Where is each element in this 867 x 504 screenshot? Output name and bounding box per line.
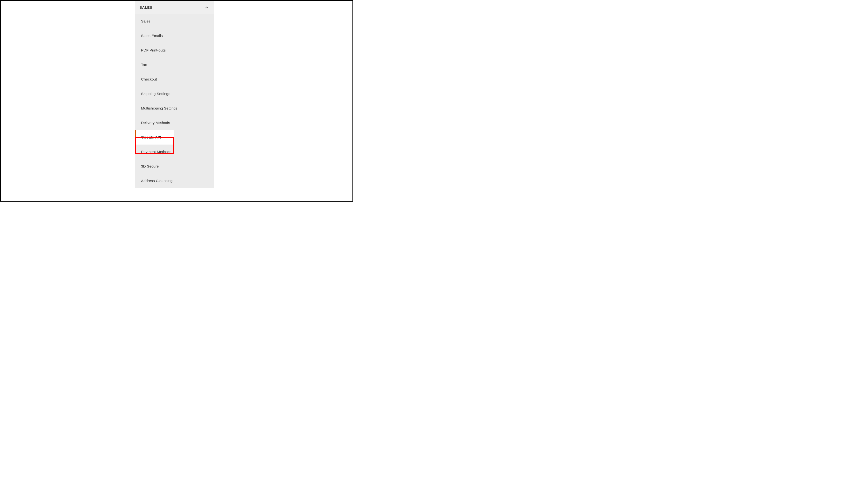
menu-items-list: Sales Sales Emails PDF Print-outs Tax Ch… (135, 14, 214, 188)
menu-item-label: Sales (141, 19, 150, 23)
sidebar-item-multishipping-settings[interactable]: Multishipping Settings (135, 101, 214, 116)
sidebar-item-tax[interactable]: Tax (135, 57, 214, 72)
sidebar-item-checkout[interactable]: Checkout (135, 72, 214, 87)
sidebar-item-sales[interactable]: Sales (135, 14, 214, 29)
sidebar-item-shipping-settings[interactable]: Shipping Settings (135, 87, 214, 101)
sidebar-item-google-api[interactable]: Google API (135, 130, 174, 144)
menu-item-label: Shipping Settings (141, 91, 170, 96)
sales-section-header[interactable]: SALES (135, 1, 214, 14)
sidebar-item-sales-emails[interactable]: Sales Emails (135, 29, 214, 43)
menu-item-label: Payment Methods (141, 150, 171, 154)
menu-item-label: Delivery Methods (141, 121, 170, 125)
sidebar-item-3d-secure[interactable]: 3D Secure (135, 159, 214, 174)
menu-item-label: 3D Secure (141, 164, 159, 168)
sidebar-item-delivery-methods[interactable]: Delivery Methods (135, 116, 214, 130)
sidebar-item-address-cleansing[interactable]: Address Cleansing (135, 174, 214, 188)
menu-item-label: PDF Print-outs (141, 48, 166, 52)
menu-item-label: Tax (141, 63, 147, 67)
menu-item-label: Sales Emails (141, 34, 163, 38)
chevron-up-icon (205, 6, 208, 9)
menu-item-label: Checkout (141, 77, 157, 81)
menu-item-label: Address Cleansing (141, 179, 172, 183)
sidebar-item-payment-methods[interactable]: Payment Methods (135, 144, 214, 159)
menu-item-label: Google API (141, 135, 161, 139)
settings-sidebar: SALES Sales Sales Emails PDF Print-outs … (135, 1, 214, 188)
section-title: SALES (140, 5, 152, 9)
menu-item-label: Multishipping Settings (141, 106, 178, 110)
sidebar-item-pdf-printouts[interactable]: PDF Print-outs (135, 43, 214, 57)
